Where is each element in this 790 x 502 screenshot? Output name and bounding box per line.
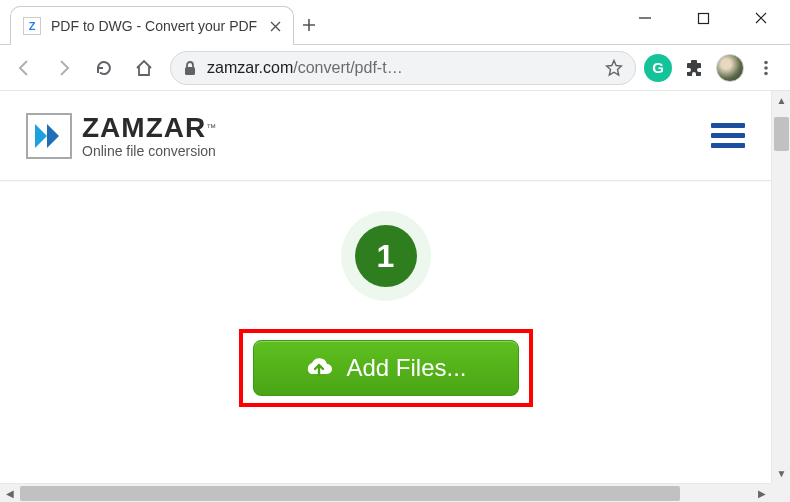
vertical-scrollbar[interactable]: ▲ ▼ xyxy=(771,91,790,483)
reload-button[interactable] xyxy=(86,50,122,86)
extension-grammarly-icon[interactable]: G xyxy=(644,54,672,82)
logo-text-block: ZAMZAR™ Online file conversion xyxy=(82,114,216,158)
svg-rect-0 xyxy=(698,13,708,23)
logo-tm: ™ xyxy=(206,121,216,132)
svg-point-4 xyxy=(764,71,768,75)
address-bar: zamzar.com/convert/pdf-t… G xyxy=(0,45,790,91)
vertical-scroll-thumb[interactable] xyxy=(774,117,789,151)
step-number: 1 xyxy=(355,225,417,287)
bookmark-star-icon[interactable] xyxy=(605,59,623,77)
svg-point-2 xyxy=(764,60,768,64)
scroll-left-arrow-icon[interactable]: ◀ xyxy=(0,484,19,502)
scroll-down-arrow-icon[interactable]: ▼ xyxy=(772,464,790,483)
new-tab-button[interactable] xyxy=(294,6,324,44)
minimize-button[interactable] xyxy=(616,0,674,36)
page-content: ZAMZAR™ Online file conversion 1 xyxy=(0,91,771,483)
step-area: 1 Add Files... xyxy=(0,181,771,407)
tab-title: PDF to DWG - Convert your PDF xyxy=(51,18,257,34)
back-button[interactable] xyxy=(6,50,42,86)
scroll-up-arrow-icon[interactable]: ▲ xyxy=(772,91,790,110)
favicon: Z xyxy=(23,17,41,35)
scroll-corner xyxy=(771,483,790,502)
browser-tab[interactable]: Z PDF to DWG - Convert your PDF xyxy=(10,6,294,45)
maximize-button[interactable] xyxy=(674,0,732,36)
profile-avatar[interactable] xyxy=(716,54,744,82)
add-files-label: Add Files... xyxy=(346,354,466,382)
logo-subtitle: Online file conversion xyxy=(82,144,216,158)
close-window-button[interactable] xyxy=(732,0,790,36)
viewport: ZAMZAR™ Online file conversion 1 xyxy=(0,91,790,502)
add-files-button[interactable]: Add Files... xyxy=(253,340,519,396)
svg-rect-1 xyxy=(185,67,195,75)
horizontal-scroll-thumb[interactable] xyxy=(20,486,680,501)
scroll-right-arrow-icon[interactable]: ▶ xyxy=(752,484,771,502)
home-button[interactable] xyxy=(126,50,162,86)
site-header: ZAMZAR™ Online file conversion xyxy=(0,91,771,181)
tab-close-icon[interactable] xyxy=(267,18,283,34)
forward-button[interactable] xyxy=(46,50,82,86)
lock-icon xyxy=(183,60,197,76)
omnibox[interactable]: zamzar.com/convert/pdf-t… xyxy=(170,51,636,85)
titlebar: Z PDF to DWG - Convert your PDF xyxy=(0,0,790,45)
menu-kebab-icon[interactable] xyxy=(748,50,784,86)
logo-mark-icon xyxy=(26,113,72,159)
url-text: zamzar.com/convert/pdf-t… xyxy=(207,59,403,77)
svg-point-3 xyxy=(764,66,768,70)
horizontal-scrollbar[interactable]: ◀ ▶ xyxy=(0,483,771,502)
hamburger-menu-icon[interactable] xyxy=(711,118,745,153)
logo-text: ZAMZAR xyxy=(82,112,206,143)
site-logo[interactable]: ZAMZAR™ Online file conversion xyxy=(26,113,216,159)
window-controls xyxy=(616,0,790,44)
step-badge: 1 xyxy=(341,211,431,301)
extensions-icon[interactable] xyxy=(676,50,712,86)
upload-cloud-icon xyxy=(304,356,334,380)
highlight-annotation: Add Files... xyxy=(239,329,533,407)
